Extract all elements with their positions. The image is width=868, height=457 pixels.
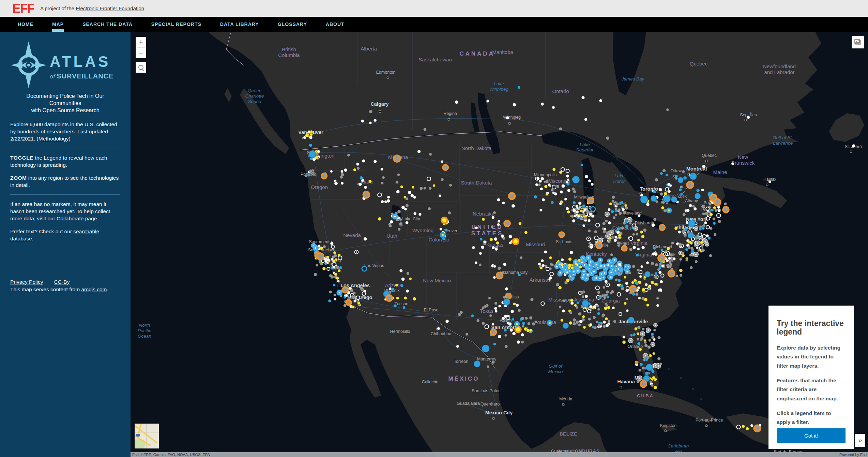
- map-marker[interactable]: [387, 196, 390, 198]
- map-marker[interactable]: [560, 190, 563, 193]
- map-marker[interactable]: [642, 288, 645, 291]
- map-marker[interactable]: [579, 265, 582, 268]
- map-marker[interactable]: [658, 271, 661, 274]
- map-marker[interactable]: [339, 266, 342, 269]
- map-marker[interactable]: [386, 295, 392, 301]
- map-marker[interactable]: [639, 275, 642, 278]
- map-marker[interactable]: [595, 321, 598, 323]
- map-marker[interactable]: [570, 301, 574, 305]
- map-marker[interactable]: [603, 325, 606, 328]
- map-marker[interactable]: [540, 177, 544, 180]
- map-marker[interactable]: [648, 345, 651, 349]
- map-marker[interactable]: [706, 217, 710, 220]
- map-marker[interactable]: [638, 281, 641, 284]
- map-marker[interactable]: [329, 274, 332, 277]
- map-marker[interactable]: [718, 209, 721, 212]
- privacy-policy-link[interactable]: Privacy Policy: [10, 279, 43, 285]
- map-marker[interactable]: [616, 203, 619, 206]
- map-marker[interactable]: [688, 240, 691, 244]
- map-marker[interactable]: [545, 193, 548, 196]
- map-marker[interactable]: [624, 302, 627, 305]
- map-marker[interactable]: [610, 292, 612, 294]
- map-marker[interactable]: [645, 283, 648, 286]
- map-marker[interactable]: [659, 363, 662, 365]
- map-marker[interactable]: [360, 286, 363, 290]
- map-marker[interactable]: [556, 283, 559, 286]
- map-marker[interactable]: [691, 250, 694, 253]
- map-marker[interactable]: [596, 223, 599, 227]
- map-marker[interactable]: [603, 321, 606, 324]
- map-marker[interactable]: [561, 167, 565, 171]
- map-marker[interactable]: [596, 243, 602, 249]
- map-marker[interactable]: [582, 204, 585, 208]
- map-marker[interactable]: [585, 175, 588, 178]
- map-marker[interactable]: [637, 332, 639, 335]
- map-marker[interactable]: [750, 424, 753, 427]
- map-marker[interactable]: [660, 249, 663, 251]
- map-marker[interactable]: [308, 130, 310, 133]
- map-marker[interactable]: [341, 182, 344, 185]
- map-marker[interactable]: [606, 295, 609, 298]
- map-marker[interactable]: [640, 363, 643, 366]
- map-marker[interactable]: [323, 245, 326, 248]
- map-marker[interactable]: [362, 266, 367, 271]
- map-marker[interactable]: [549, 267, 552, 270]
- map-marker[interactable]: [601, 313, 605, 317]
- map-marker[interactable]: [713, 222, 716, 225]
- map-marker[interactable]: [368, 180, 371, 183]
- map-marker[interactable]: [572, 219, 576, 223]
- map-marker[interactable]: [441, 160, 443, 163]
- map-marker[interactable]: [709, 254, 712, 257]
- map-marker[interactable]: [668, 270, 675, 277]
- map-marker[interactable]: [589, 305, 593, 309]
- map-marker[interactable]: [637, 338, 639, 341]
- map-marker[interactable]: [675, 275, 678, 277]
- map-marker[interactable]: [566, 207, 569, 210]
- map-marker[interactable]: [512, 332, 516, 335]
- map-marker[interactable]: [622, 340, 626, 344]
- map-marker[interactable]: [709, 203, 712, 206]
- map-marker[interactable]: [316, 264, 318, 266]
- overview-inset-map[interactable]: [135, 424, 159, 448]
- map-marker[interactable]: [559, 171, 562, 174]
- map-marker[interactable]: [602, 222, 606, 225]
- map-marker[interactable]: [606, 290, 609, 294]
- map-marker[interactable]: [396, 297, 399, 299]
- map-marker[interactable]: [659, 288, 663, 292]
- map-marker[interactable]: [549, 256, 552, 259]
- map-marker[interactable]: [522, 322, 525, 325]
- map-marker[interactable]: [588, 230, 591, 233]
- map-marker[interactable]: [710, 227, 713, 230]
- map-marker[interactable]: [364, 186, 367, 189]
- map-marker[interactable]: [321, 173, 327, 179]
- ccby-link[interactable]: CC-By: [54, 279, 70, 285]
- map-marker[interactable]: [651, 333, 654, 336]
- map-marker[interactable]: [701, 205, 704, 208]
- map-marker[interactable]: [640, 231, 643, 234]
- map-marker[interactable]: [493, 211, 496, 214]
- map-marker[interactable]: [717, 213, 721, 218]
- map-marker[interactable]: [702, 165, 705, 168]
- map-marker[interactable]: [603, 230, 606, 233]
- map-marker[interactable]: [686, 209, 689, 212]
- map-marker[interactable]: [677, 177, 684, 183]
- map-marker[interactable]: [329, 291, 332, 294]
- map-marker[interactable]: [529, 329, 532, 332]
- map-marker[interactable]: [498, 266, 501, 270]
- map-marker[interactable]: [369, 121, 372, 124]
- map-marker[interactable]: [360, 176, 363, 180]
- map-marker[interactable]: [660, 172, 663, 175]
- map-marker[interactable]: [663, 195, 671, 203]
- map-marker[interactable]: [491, 216, 494, 219]
- map-marker[interactable]: [652, 252, 655, 255]
- map-marker[interactable]: [636, 253, 639, 256]
- map-marker[interactable]: [654, 275, 658, 279]
- map-marker[interactable]: [660, 280, 663, 283]
- map-marker[interactable]: [380, 168, 383, 171]
- map-marker[interactable]: [328, 299, 331, 303]
- map-marker[interactable]: [582, 295, 584, 298]
- map-marker[interactable]: [352, 306, 355, 309]
- map-marker[interactable]: [628, 271, 631, 275]
- map-marker[interactable]: [629, 248, 633, 251]
- map-marker[interactable]: [656, 297, 659, 300]
